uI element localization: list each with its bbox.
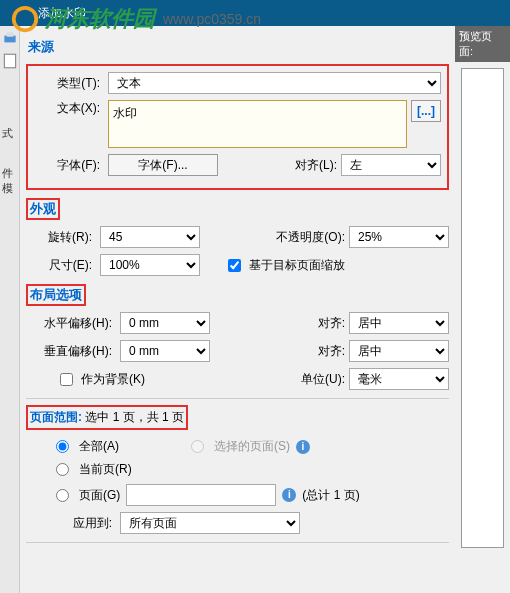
type-select[interactable]: 文本 [108,72,441,94]
all-label: 全部(A) [79,438,119,455]
left-toolbar: 式 件模 [0,26,20,593]
halign-select[interactable]: 居中 [349,312,449,334]
halign-label: 对齐: [318,315,345,332]
pages-input[interactable] [126,484,276,506]
current-radio[interactable] [56,463,69,476]
apply-label: 应用到: [26,515,116,532]
range-title-prefix: 页面范围: [30,410,82,424]
apply-select[interactable]: 所有页面 [120,512,300,534]
type-label: 类型(T): [34,75,104,92]
unit-label: 单位(U): [301,371,345,388]
pages-radio[interactable] [56,489,69,502]
preview-page [461,68,504,548]
valign-label: 对齐: [318,343,345,360]
range-title-rest: 选中 1 页，共 1 页 [82,410,184,424]
opacity-select[interactable]: 25% [349,226,449,248]
svg-rect-3 [4,54,15,68]
site-url: www.pc0359.cn [163,11,261,27]
valign-select[interactable]: 居中 [349,340,449,362]
voffset-label: 垂直偏移(H): [26,343,116,360]
unit-select[interactable]: 毫米 [349,368,449,390]
text-input[interactable] [108,100,407,148]
align-label: 对齐(L): [295,157,337,174]
selected-label: 选择的页面(S) [214,438,290,455]
font-label: 字体(F): [34,157,104,174]
current-label: 当前页(R) [79,461,132,478]
appearance-title: 外观 [28,199,58,218]
selected-radio [191,440,204,453]
voffset-input[interactable]: 0 mm [120,340,210,362]
main-panel: 来源 类型(T): 文本 文本(X): [...] 字体(F): 字体(F)..… [20,26,455,593]
font-button[interactable]: 字体(F)... [108,154,218,176]
source-section: 来源 类型(T): 文本 文本(X): [...] 字体(F): 字体(F)..… [26,36,449,190]
pages-info-icon[interactable]: i [282,488,296,502]
preview-panel: 预览页面: [455,26,510,593]
page-icon[interactable] [1,52,19,70]
left-tab-2[interactable]: 件模 [2,166,19,196]
align-select[interactable]: 左 [341,154,441,176]
total-label: (总计 1 页) [302,487,359,504]
background-checkbox[interactable] [60,373,73,386]
range-section: 页面范围: 选中 1 页，共 1 页 全部(A) 选择的页面(S) i 当前页(… [26,405,449,534]
text-browse-button[interactable]: [...] [411,100,441,122]
pages-label: 页面(G) [79,487,120,504]
rotate-select[interactable]: 45 [100,226,200,248]
size-label: 尺寸(E): [26,257,96,274]
hoffset-label: 水平偏移(H): [26,315,116,332]
source-title: 来源 [26,36,449,58]
all-radio[interactable] [56,440,69,453]
rotate-label: 旋转(R): [26,229,96,246]
scale-label: 基于目标页面缩放 [249,257,345,274]
site-name: 河东软件园 [45,4,155,34]
left-tab-1[interactable]: 式 [2,126,13,141]
layout-title: 布局选项 [28,285,84,304]
hoffset-input[interactable]: 0 mm [120,312,210,334]
source-group: 类型(T): 文本 文本(X): [...] 字体(F): 字体(F)... 对… [26,64,449,190]
layout-section: 布局选项 水平偏移(H): 0 mm 对齐: 居中 垂直偏移(H): 0 mm … [26,284,449,390]
info-icon[interactable]: i [296,440,310,454]
size-select[interactable]: 100% [100,254,200,276]
watermark-overlay: 河东软件园 www.pc0359.cn [0,0,510,38]
background-label: 作为背景(K) [81,371,145,388]
opacity-label: 不透明度(O): [276,229,345,246]
site-logo-icon [10,4,40,34]
appearance-section: 外观 旋转(R): 45 不透明度(O): 25% 尺寸(E): 100% 基于… [26,198,449,276]
text-label: 文本(X): [34,100,104,117]
scale-checkbox[interactable] [228,259,241,272]
